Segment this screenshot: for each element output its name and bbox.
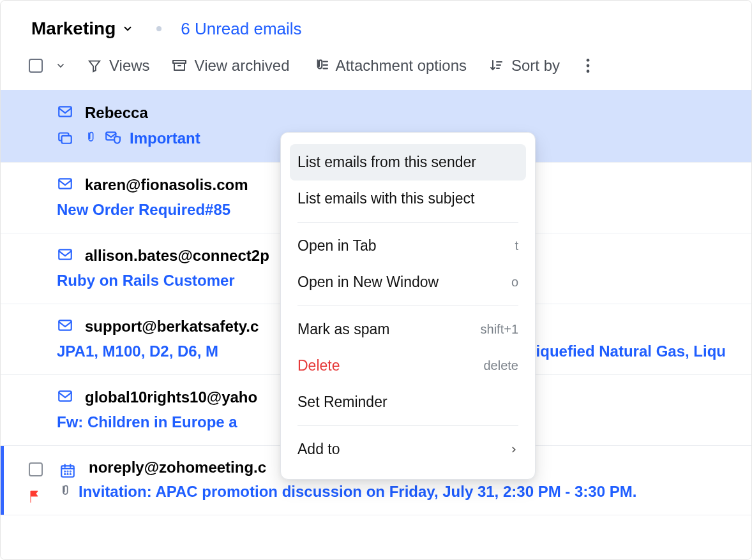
context-menu: List emails from this sender List emails… — [280, 132, 536, 480]
thread-icon — [57, 129, 73, 148]
menu-shortcut: shift+1 — [481, 322, 518, 337]
svg-point-26 — [67, 474, 68, 475]
views-label: Views — [109, 57, 150, 75]
folder-selector[interactable]: Marketing — [31, 18, 133, 39]
menu-label: List emails from this sender — [297, 154, 476, 171]
shield-mail-icon — [104, 129, 121, 148]
attachment-options-button[interactable]: Attachment options — [312, 57, 467, 75]
view-archived-button[interactable]: View archived — [172, 57, 290, 75]
folder-header: Marketing 6 Unread emails — [1, 1, 751, 50]
archive-icon — [172, 58, 187, 73]
email-subject: Fw: Children in Europe a — [57, 413, 237, 431]
svg-rect-15 — [59, 249, 71, 259]
menu-mark-spam[interactable]: Mark as spam shift+1 — [281, 311, 535, 348]
menu-shortcut: t — [515, 239, 518, 253]
menu-open-tab[interactable]: Open in Tab t — [281, 228, 535, 264]
filter-icon — [87, 59, 102, 73]
menu-list-subject[interactable]: List emails with this subject — [281, 181, 535, 217]
email-subject: Ruby on Rails Customer — [57, 272, 235, 290]
svg-point-8 — [587, 64, 590, 68]
envelope-icon — [57, 388, 73, 407]
menu-label: Set Reminder — [297, 394, 387, 411]
menu-separator — [297, 222, 518, 223]
svg-rect-12 — [62, 136, 71, 144]
menu-label: Open in New Window — [297, 274, 439, 291]
menu-set-reminder[interactable]: Set Reminder — [281, 384, 535, 420]
kebab-icon — [585, 57, 590, 74]
menu-label: Add to — [297, 441, 340, 458]
menu-shortcut: delete — [484, 358, 519, 373]
menu-label: Mark as spam — [297, 321, 389, 338]
envelope-icon — [57, 317, 73, 336]
svg-rect-14 — [59, 179, 71, 188]
sender-name: allison.bates@connect2p — [85, 247, 269, 265]
sender-name: global10rights10@yaho — [85, 388, 257, 406]
more-options-button[interactable] — [585, 57, 590, 74]
sender-name: support@berkatsafety.c — [85, 318, 259, 335]
attachment-options-label: Attachment options — [336, 57, 467, 75]
chevron-right-icon — [509, 441, 518, 458]
sender-name: karen@fionasolis.com — [85, 176, 248, 194]
email-subject: Important — [130, 129, 200, 147]
mail-app-window: Marketing 6 Unread emails Views View arc… — [0, 0, 752, 560]
select-all-checkbox[interactable] — [29, 59, 43, 73]
sort-by-button[interactable]: Sort by — [488, 57, 560, 75]
attachment-icon — [57, 483, 70, 501]
unread-count-link[interactable]: 6 Unread emails — [181, 19, 301, 39]
menu-label: Open in Tab — [297, 237, 377, 254]
svg-point-23 — [67, 471, 68, 472]
envelope-icon — [57, 175, 73, 195]
folder-name: Marketing — [31, 18, 116, 39]
email-subject-overflow: Liquefied Natural Gas, Liqu — [527, 343, 726, 360]
sender-name: Rebecca — [85, 104, 148, 122]
email-subject: New Order Required#85 — [57, 201, 230, 219]
svg-rect-10 — [59, 107, 71, 116]
row-checkbox[interactable] — [29, 462, 43, 476]
view-archived-label: View archived — [195, 57, 290, 75]
svg-marker-0 — [89, 61, 100, 72]
chevron-down-icon — [122, 18, 133, 39]
menu-label: Delete — [297, 357, 340, 374]
svg-point-24 — [70, 471, 71, 472]
attachment-options-icon — [312, 57, 328, 74]
svg-point-22 — [64, 471, 65, 472]
envelope-icon — [57, 103, 73, 122]
menu-open-window[interactable]: Open in New Window o — [281, 264, 535, 300]
flag-icon[interactable] — [27, 489, 43, 507]
sender-name: noreply@zohomeeting.c — [89, 459, 266, 476]
menu-label: List emails with this subject — [297, 190, 474, 207]
sort-by-label: Sort by — [511, 57, 560, 75]
envelope-icon — [57, 246, 73, 265]
menu-add-to[interactable]: Add to — [281, 431, 535, 468]
svg-point-25 — [64, 474, 65, 475]
svg-rect-16 — [59, 320, 71, 330]
menu-shortcut: o — [511, 275, 518, 290]
menu-separator — [297, 306, 518, 306]
email-subject: Invitation: APAC promotion discussion on… — [79, 483, 636, 501]
email-subject: JPA1, M100, D2, D6, M — [57, 343, 218, 360]
svg-point-7 — [587, 59, 590, 62]
select-all-dropdown[interactable] — [56, 57, 66, 75]
svg-rect-17 — [59, 391, 71, 401]
calendar-icon — [59, 462, 76, 482]
svg-point-27 — [70, 474, 71, 475]
list-toolbar: Views View archived Attachment options S… — [1, 50, 751, 90]
sort-icon — [488, 58, 504, 73]
menu-separator — [297, 425, 518, 426]
menu-delete[interactable]: Delete delete — [281, 348, 535, 384]
menu-list-sender[interactable]: List emails from this sender — [290, 144, 526, 181]
separator-dot-icon — [156, 26, 162, 31]
attachment-icon — [82, 129, 95, 147]
views-button[interactable]: Views — [87, 57, 150, 75]
svg-point-9 — [587, 70, 590, 73]
